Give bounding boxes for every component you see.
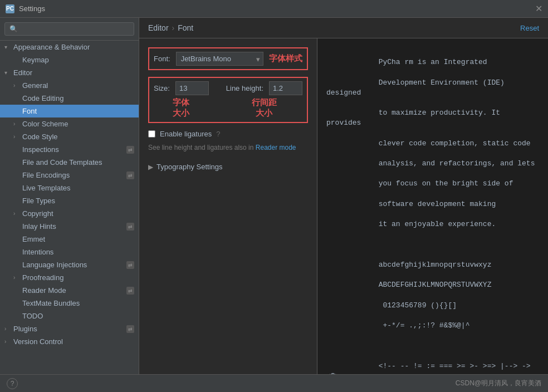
ligatures-row: Enable ligatures ? (148, 130, 308, 138)
expand-arrow (4, 339, 11, 345)
sidebar-item-copyright[interactable]: Copyright (0, 207, 139, 220)
sidebar-item-intentions[interactable]: Intentions (0, 246, 139, 258)
sync-icon: ⇄ (126, 146, 134, 154)
ligatures-checkbox[interactable] (148, 130, 155, 138)
chevron-right-icon: ▶ (148, 163, 153, 171)
sidebar-item-code-style[interactable]: Code Style (0, 130, 139, 143)
preview-text[interactable]: PyCha rm is an Integrated Development En… (326, 47, 539, 374)
expand-arrow (4, 326, 11, 332)
annotation-font-size2: 大小 (173, 108, 189, 119)
sync-icon: ⇄ (126, 261, 134, 269)
font-label: Font: (154, 55, 170, 63)
expand-arrow (13, 121, 20, 127)
expand-arrow (13, 210, 20, 217)
sidebar-item-plugins[interactable]: Plugins ⇄ (0, 322, 139, 335)
line-height-column: Line height: 行间距 大小 (226, 81, 302, 119)
sidebar-item-live-templates[interactable]: Live Templates (0, 182, 139, 194)
font-select-wrapper: JetBrains Mono ▾ (176, 52, 263, 66)
sidebar-item-file-types[interactable]: File Types (0, 194, 139, 207)
line-height-label: Line height: (226, 84, 263, 92)
sidebar-item-version-control[interactable]: Version Control (0, 335, 139, 348)
main-panel: Editor › Font Reset Font: Jet (139, 18, 548, 374)
size-input[interactable] (175, 81, 209, 95)
preview-section: PyCha rm is an Integrated Development En… (317, 38, 548, 374)
sidebar-item-inlay-hints[interactable]: Inlay Hints ⇄ (0, 220, 139, 233)
annotation-line-size2: 大小 (256, 108, 272, 119)
breadcrumb-parent: Editor (148, 23, 169, 32)
close-icon[interactable]: ✕ (535, 3, 542, 14)
line-height-input[interactable] (269, 81, 302, 95)
sidebar-item-file-code-templates[interactable]: File and Code Templates (0, 156, 139, 169)
watermark: CSDN@明月清风，良宵美酒 (456, 379, 541, 388)
sidebar-item-editor[interactable]: Editor (0, 66, 139, 79)
typography-label: Typography Settings (156, 163, 223, 171)
sidebar-item-color-scheme[interactable]: Color Scheme (0, 117, 139, 130)
window-controls: ✕ (531, 3, 542, 14)
app-icon: PC (6, 4, 14, 13)
size-column: Size: 字体 大小 (154, 81, 209, 119)
search-box (0, 18, 139, 41)
help-button[interactable]: ? (7, 378, 18, 389)
sidebar-item-inspections[interactable]: Inspections ⇄ (0, 143, 139, 156)
font-select[interactable]: JetBrains Mono (176, 52, 263, 66)
sidebar-item-appearance[interactable]: Appearance & Behavior (0, 41, 139, 53)
reader-mode-link[interactable]: Reader mode (256, 144, 296, 151)
settings-window: PC Settings ✕ Appearance & Behavior Keym… (0, 0, 548, 392)
titlebar: PC Settings ✕ (0, 0, 548, 18)
window-title: Settings (19, 4, 531, 13)
breadcrumb-separator: › (172, 23, 175, 32)
sidebar: Appearance & Behavior Keymap Editor Gene… (0, 18, 139, 374)
expand-arrow (13, 134, 20, 140)
sidebar-item-code-editing[interactable]: Code Editing (0, 92, 139, 105)
typography-section[interactable]: ▶ Typography Settings (148, 163, 308, 171)
panel-header: Editor › Font Reset (139, 18, 548, 38)
settings-section: Font: JetBrains Mono ▾ 字体样式 (139, 38, 317, 374)
sync-icon: ⇄ (126, 171, 134, 179)
help-icon[interactable]: ? (216, 130, 220, 138)
line-height-row: Line height: (226, 81, 302, 95)
sidebar-item-proofreading[interactable]: Proofreading (0, 271, 139, 284)
sidebar-item-emmet[interactable]: Emmet (0, 233, 139, 246)
panel-body: Font: JetBrains Mono ▾ 字体样式 (139, 38, 548, 374)
bottom-bar: ? CSDN@明月清风，良宵美酒 (0, 374, 548, 392)
size-line-row: Size: 字体 大小 Line height: (154, 81, 302, 119)
sidebar-item-font[interactable]: Font (0, 105, 139, 117)
breadcrumb: Editor › Font (148, 23, 193, 32)
expand-arrow (13, 275, 20, 281)
sidebar-item-textmate-bundles[interactable]: TextMate Bundles (0, 297, 139, 310)
sidebar-item-reader-mode[interactable]: Reader Mode ⇄ (0, 284, 139, 297)
size-label: Size: (154, 84, 170, 92)
sidebar-item-todo[interactable]: TODO (0, 310, 139, 322)
breadcrumb-current: Font (178, 23, 193, 32)
expand-arrow (4, 70, 11, 76)
sidebar-item-file-encodings[interactable]: File Encodings ⇄ (0, 169, 139, 182)
sidebar-item-keymap[interactable]: Keymap (0, 53, 139, 66)
reset-button[interactable]: Reset (520, 24, 539, 32)
ligatures-label[interactable]: Enable ligatures (160, 130, 212, 138)
sidebar-item-general[interactable]: General (0, 79, 139, 92)
main-content: Appearance & Behavior Keymap Editor Gene… (0, 18, 548, 374)
font-row: Font: JetBrains Mono ▾ 字体样式 (154, 52, 302, 66)
annotation-font-style: 字体样式 (269, 53, 302, 64)
expand-arrow (13, 82, 20, 89)
search-input[interactable] (4, 22, 134, 36)
annotation-line-size: 行间距 (252, 97, 277, 108)
sidebar-item-language-injections[interactable]: Language Injections ⇄ (0, 258, 139, 271)
size-row: Size: (154, 81, 209, 95)
sync-icon: ⇄ (126, 325, 134, 333)
hint-text: See line height and ligatures also in Re… (148, 144, 308, 151)
expand-arrow (4, 44, 11, 50)
sync-icon: ⇄ (126, 287, 134, 295)
sync-icon: ⇄ (126, 223, 134, 231)
annotation-font-size: 字体 (173, 97, 189, 108)
